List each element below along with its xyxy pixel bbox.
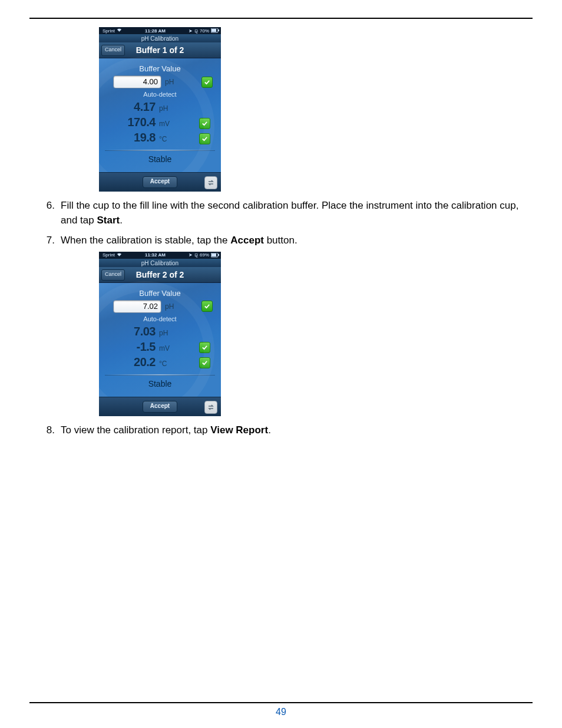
- clock-label: 11:28 AM: [145, 28, 166, 34]
- battery-icon: [211, 253, 219, 258]
- stable-label: Stable: [104, 378, 216, 391]
- bluetooth-icon: ⚼: [194, 28, 198, 34]
- nav-bar: Cancel Buffer 2 of 2: [99, 267, 221, 283]
- reading-mv-unit: mV: [159, 344, 174, 353]
- step-text-post: .: [120, 215, 123, 226]
- check-icon[interactable]: [199, 357, 210, 368]
- bottom-rule: [29, 702, 533, 703]
- buffer-value-input[interactable]: 4.00: [113, 75, 161, 88]
- reading-ph-value: 4.17: [120, 100, 156, 114]
- stable-label: Stable: [104, 153, 216, 166]
- cancel-button[interactable]: Cancel: [101, 269, 125, 281]
- phone-screenshot-1: Sprint 11:28 AM ➤ ⚼ 70% pH Calibration: [99, 27, 221, 192]
- reading-temp-unit: °C: [159, 360, 174, 368]
- accept-button[interactable]: Accept: [143, 401, 177, 413]
- bottom-toolbar: Accept: [99, 172, 221, 192]
- step-number: 6.: [35, 199, 61, 228]
- phone-body: Buffer Value 4.00 pH Auto-detect 4.17 pH: [99, 58, 221, 172]
- step-text-post: .: [268, 424, 271, 436]
- reading-ph-unit: pH: [159, 329, 174, 337]
- step-number: 7.: [35, 233, 61, 248]
- nav-title: Buffer 1 of 2: [136, 45, 184, 55]
- step-bold: Start: [97, 215, 120, 226]
- separator: [105, 374, 215, 375]
- battery-icon: [211, 28, 219, 33]
- step-text: To view the calibration report, tap: [61, 424, 210, 436]
- swap-icon[interactable]: [204, 401, 217, 414]
- carrier-label: Sprint: [103, 28, 115, 34]
- reading-temp-unit: °C: [159, 135, 174, 143]
- battery-percent: 70%: [200, 28, 209, 34]
- reading-ph-value: 7.03: [120, 325, 156, 338]
- accept-button[interactable]: Accept: [143, 176, 177, 188]
- status-bar: Sprint 11:28 AM ➤ ⚼ 70%: [99, 27, 221, 34]
- check-icon[interactable]: [201, 301, 213, 312]
- step-bold: View Report: [210, 424, 268, 436]
- app-title: pH Calibration: [99, 34, 221, 42]
- step-bold: Accept: [230, 235, 264, 246]
- buffer-value-label: Buffer Value: [104, 64, 216, 73]
- phone-screenshot-2: Sprint 11:32 AM ➤ ⚼ 69% pH Calibration: [99, 252, 221, 416]
- wifi-icon: [117, 252, 122, 258]
- buffer-value-input[interactable]: 7.02: [113, 300, 161, 313]
- location-icon: ➤: [189, 252, 193, 258]
- bottom-toolbar: Accept: [99, 397, 221, 416]
- phone-body: Buffer Value 7.02 pH Auto-detect 7.03 pH: [99, 283, 221, 397]
- step-6: 6. Fill the cup to the fill line with th…: [35, 199, 527, 228]
- battery-percent: 69%: [200, 252, 209, 258]
- swap-icon[interactable]: [204, 176, 217, 189]
- reading-temp-value: 20.2: [120, 355, 156, 369]
- separator: [105, 150, 215, 151]
- app-title: pH Calibration: [99, 259, 221, 267]
- reading-ph-unit: pH: [159, 104, 174, 113]
- top-rule: [29, 18, 533, 19]
- check-icon[interactable]: [199, 118, 210, 129]
- step-number: 8.: [35, 423, 61, 438]
- clock-label: 11:32 AM: [145, 252, 166, 258]
- check-icon[interactable]: [199, 342, 210, 353]
- bluetooth-icon: ⚼: [194, 252, 198, 258]
- reading-mv-value: -1.5: [120, 340, 156, 354]
- status-bar: Sprint 11:32 AM ➤ ⚼ 69%: [99, 252, 221, 259]
- svg-rect-4: [211, 253, 216, 256]
- check-icon[interactable]: [199, 133, 210, 144]
- wifi-icon: [117, 28, 122, 34]
- auto-detect-label: Auto-detect: [104, 315, 216, 322]
- reading-temp-value: 19.8: [120, 131, 156, 144]
- svg-rect-1: [211, 29, 216, 32]
- step-7: 7. When the calibration is stable, tap t…: [35, 233, 527, 248]
- reading-mv-value: 170.4: [120, 116, 156, 129]
- nav-title: Buffer 2 of 2: [136, 270, 184, 279]
- page-number: 49: [29, 707, 533, 717]
- nav-bar: Cancel Buffer 1 of 2: [99, 42, 221, 58]
- cancel-button[interactable]: Cancel: [101, 45, 125, 56]
- check-icon[interactable]: [201, 77, 213, 88]
- svg-rect-2: [218, 29, 219, 31]
- reading-mv-unit: mV: [159, 120, 174, 128]
- buffer-value-label: Buffer Value: [104, 289, 216, 298]
- step-text: When the calibration is stable, tap the: [61, 235, 230, 246]
- step-text: Fill the cup to the fill line with the s…: [61, 200, 518, 226]
- buffer-unit: pH: [165, 302, 174, 311]
- step-text-post: button.: [264, 235, 297, 246]
- auto-detect-label: Auto-detect: [104, 91, 216, 98]
- step-8: 8. To view the calibration report, tap V…: [35, 423, 527, 438]
- buffer-unit: pH: [165, 78, 174, 86]
- svg-rect-5: [218, 254, 219, 256]
- location-icon: ➤: [189, 28, 193, 34]
- carrier-label: Sprint: [103, 252, 115, 258]
